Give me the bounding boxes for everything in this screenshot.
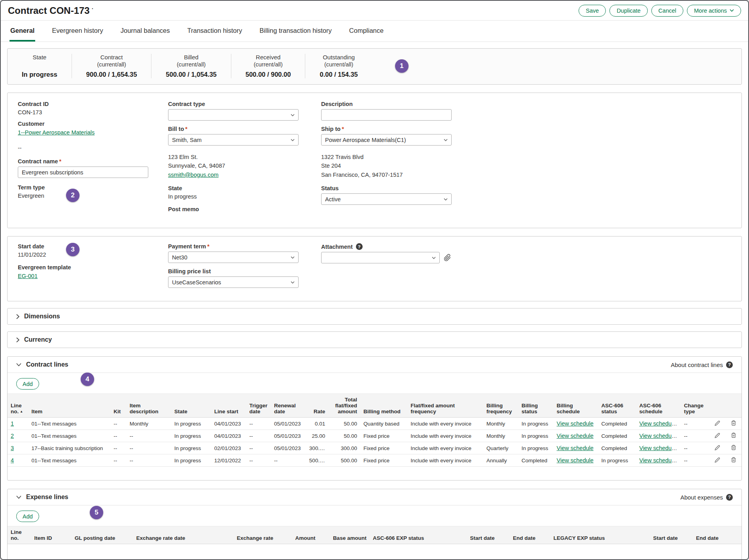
col-state[interactable]: State — [171, 394, 211, 418]
billing-schedule-link[interactable]: View schedule — [557, 445, 594, 451]
col-flat-fixed-amount-frequency[interactable]: Flat/fixed amount frequency — [407, 394, 483, 418]
cancel-button[interactable]: Cancel — [651, 5, 683, 17]
billing-schedule-link[interactable]: View schedule — [557, 457, 594, 464]
tab-general[interactable]: General — [9, 27, 35, 42]
col-asc606-status[interactable]: ASC-606 status — [598, 394, 636, 418]
col-billing-schedule[interactable]: Billing schedule — [554, 394, 598, 418]
duplicate-button[interactable]: Duplicate — [609, 5, 647, 17]
asc606-schedule-link[interactable]: View schedule 1 — [639, 445, 681, 451]
edit-icon[interactable] — [715, 457, 720, 463]
col-gl-posting-date[interactable]: GL posting date — [72, 526, 133, 544]
col-trigger-date[interactable]: Trigger date — [246, 394, 271, 418]
customer-link[interactable]: 1--Power Aerospace Materials — [18, 129, 95, 136]
col-delete — [726, 394, 741, 418]
contract-name-input[interactable] — [18, 166, 148, 178]
currency-title: Currency — [24, 336, 52, 343]
payment-term-select[interactable]: Net30 — [168, 252, 299, 263]
billing-price-list-select[interactable]: UseCaseScenarios — [168, 276, 299, 288]
col-end-date-2[interactable]: End date — [693, 526, 741, 544]
bill-to-select[interactable]: Smith, Sam — [168, 134, 299, 146]
paperclip-icon[interactable] — [444, 254, 451, 261]
save-button[interactable]: Save — [579, 5, 606, 17]
col-rate[interactable]: Rate — [306, 394, 329, 418]
tab-evergreen-history[interactable]: Evergreen history — [51, 27, 104, 42]
delete-icon[interactable] — [731, 432, 736, 438]
delete-icon[interactable] — [731, 445, 736, 450]
col-renewal-date[interactable]: Renewal date — [271, 394, 306, 418]
col-item-description[interactable]: Item description — [127, 394, 171, 418]
col-base-amount[interactable]: Base amount — [319, 526, 370, 544]
cell-billing-method: Fixed price — [360, 454, 407, 467]
ship-to-select[interactable]: Power Aerospace Materials(C1) — [321, 134, 452, 146]
col-end-date[interactable]: End date — [510, 526, 550, 544]
asc606-schedule-link[interactable]: View schedule 1 — [639, 457, 681, 464]
cell-rate: 0.01 — [306, 418, 329, 430]
col-line-no[interactable]: Line no. — [8, 526, 31, 544]
more-actions-button[interactable]: More actions — [687, 5, 741, 17]
add-contract-line-button[interactable]: Add — [16, 378, 39, 390]
billing-schedule-link[interactable]: View schedule — [557, 433, 594, 439]
col-kit[interactable]: Kit — [110, 394, 126, 418]
cell-billing-frequency: Quarterly — [483, 442, 518, 454]
asc606-schedule-link[interactable]: View schedule 1 — [639, 433, 681, 439]
status-label: Status — [321, 185, 566, 191]
help-icon[interactable]: ? — [726, 361, 733, 368]
summary-contract-value: 900.00 / 1,654.35 — [86, 71, 137, 78]
summary-state: State In progress — [8, 54, 72, 78]
edit-icon[interactable] — [715, 433, 720, 438]
contract-lines-toggle[interactable]: Contract lines — [16, 361, 68, 368]
add-expense-line-button[interactable]: Add — [16, 511, 39, 522]
tab-transaction-history[interactable]: Transaction history — [187, 27, 243, 42]
edit-icon[interactable] — [715, 420, 720, 426]
description-input[interactable] — [321, 109, 452, 121]
attachment-select[interactable] — [321, 252, 440, 263]
help-icon[interactable]: ? — [726, 494, 733, 501]
currency-section[interactable]: Currency — [7, 331, 742, 348]
col-legacy-exp-status[interactable]: LEGACY EXP status — [550, 526, 650, 544]
contract-type-select[interactable] — [168, 109, 299, 121]
edit-icon[interactable] — [715, 445, 720, 450]
cell-state: In progress — [171, 418, 211, 430]
evergreen-template-link[interactable]: EG-001 — [18, 273, 38, 279]
dimensions-section[interactable]: Dimensions — [7, 308, 742, 325]
status-select[interactable]: Active — [321, 193, 452, 205]
col-billing-frequency[interactable]: Billing frequency — [483, 394, 518, 418]
chevron-down-icon — [16, 363, 21, 366]
col-billing-method[interactable]: Billing method — [360, 394, 407, 418]
col-item[interactable]: Item — [28, 394, 110, 418]
tab-compliance[interactable]: Compliance — [348, 27, 384, 42]
col-change-type[interactable]: Change type — [681, 394, 710, 418]
col-exchange-rate-date[interactable]: Exchange rate date — [133, 526, 225, 544]
cell-asc606-status: In progress — [598, 454, 636, 467]
summary-outstanding-value: 0.00 / 154.35 — [320, 71, 357, 78]
col-item-id[interactable]: Item ID — [31, 526, 71, 544]
asc606-schedule-link[interactable]: View schedule 1 — [639, 420, 681, 427]
delete-icon[interactable] — [731, 420, 736, 426]
col-total-flat-fixed-amount[interactable]: Total flat/fixed amount — [328, 394, 360, 418]
col-asc606-schedule[interactable]: ASC-606 schedule — [636, 394, 681, 418]
line-no-link[interactable]: 1 — [11, 420, 14, 427]
help-icon[interactable]: ? — [356, 243, 363, 250]
delete-icon[interactable] — [731, 457, 736, 463]
col-edit — [709, 394, 725, 418]
col-amount[interactable]: Amount — [276, 526, 319, 544]
col-start-date[interactable]: Start date — [467, 526, 510, 544]
col-start-date-2[interactable]: Start date — [650, 526, 693, 544]
expense-lines-toggle[interactable]: Expense lines — [16, 494, 68, 501]
col-asc606-exp-status[interactable]: ASC-606 EXP status — [370, 526, 467, 544]
col-line-start[interactable]: Line start — [211, 394, 246, 418]
tab-journal-balances[interactable]: Journal balances — [120, 27, 171, 42]
col-billing-status[interactable]: Billing status — [518, 394, 554, 418]
cell-item: 01--Text messages — [28, 418, 110, 430]
summary-received-label: Received — [246, 54, 291, 61]
col-exchange-rate[interactable]: Exchange rate — [225, 526, 276, 544]
line-no-link[interactable]: 4 — [11, 457, 14, 464]
line-no-link[interactable]: 3 — [11, 445, 14, 451]
summary-received-sub: (current/all) — [246, 61, 291, 70]
bill-to-email-link[interactable]: ssmith@bogus.com — [168, 172, 219, 178]
billing-schedule-link[interactable]: View schedule — [557, 420, 594, 427]
tab-billing-transaction-history[interactable]: Billing transaction history — [259, 27, 333, 42]
col-line-no[interactable]: Line no.▲ — [8, 394, 28, 418]
line-no-link[interactable]: 2 — [11, 433, 14, 439]
cell-billing-frequency: Monthly — [483, 430, 518, 442]
